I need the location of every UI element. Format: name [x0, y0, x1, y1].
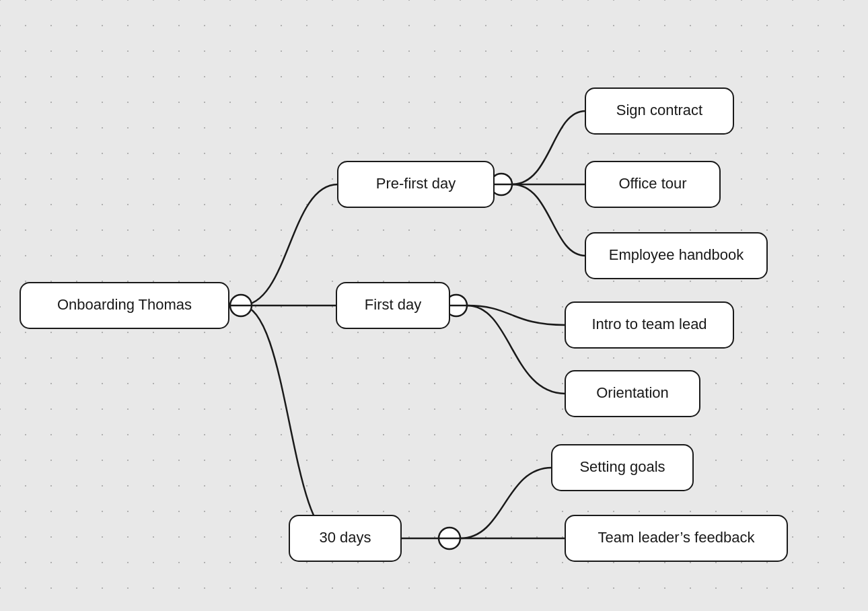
intro-team-lead-label: Intro to team lead — [591, 316, 707, 332]
employee-handbook-label: Employee handbook — [609, 246, 745, 263]
connector-firstday-orientation — [467, 306, 565, 394]
connector-root-thirtydays — [241, 306, 336, 538]
connector-thirtydays-settinggoals — [460, 468, 552, 538]
connector-prefirstday-signcontract — [512, 111, 585, 184]
setting-goals-label: Setting goals — [579, 458, 665, 475]
root-node-label: Onboarding Thomas — [57, 296, 192, 313]
office-tour-label: Office tour — [618, 175, 686, 192]
sign-contract-label: Sign contract — [616, 102, 702, 118]
connector-prefirstday-handbook — [512, 184, 585, 256]
thirty-days-label: 30 days — [319, 529, 371, 546]
pre-first-day-label: Pre-first day — [376, 175, 456, 192]
connector-root-prefirstday — [241, 184, 338, 306]
mind-map-container: Onboarding Thomas Pre-first day First da… — [0, 0, 868, 611]
first-day-label: First day — [365, 296, 421, 313]
team-leader-feedback-label: Team leader’s feedback — [598, 529, 756, 546]
mind-map-svg: Onboarding Thomas Pre-first day First da… — [0, 0, 868, 611]
orientation-label: Orientation — [596, 384, 669, 401]
